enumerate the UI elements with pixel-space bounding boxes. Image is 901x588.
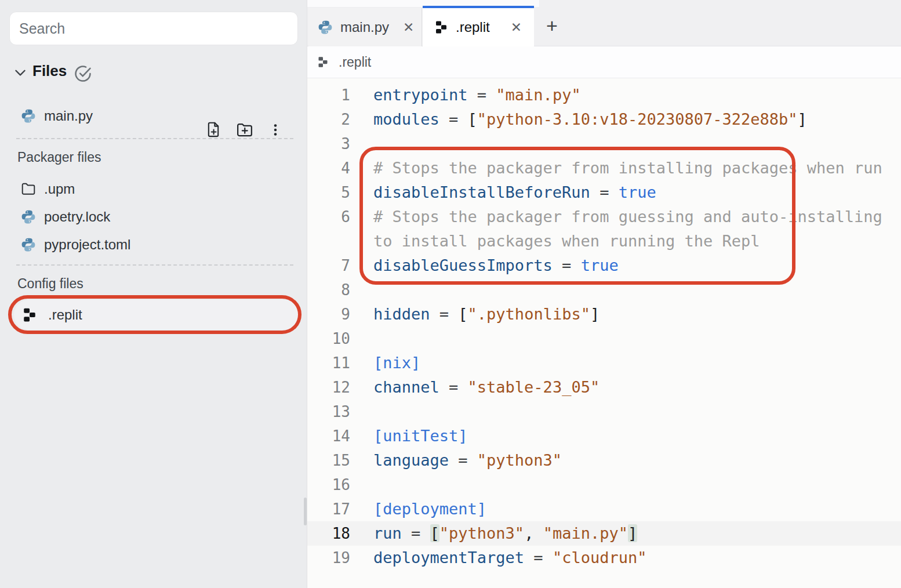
code-text: disableGuessImports = true [373,253,619,278]
line-number: 9 [307,302,350,326]
python-file-icon [21,237,36,252]
line-number: 1 [307,83,350,107]
code-lines: 1entrypoint = "main.py"2modules = ["pyth… [307,83,901,570]
tab-bar: main.py ✕ .replit ✕ + [307,0,901,46]
search-input[interactable]: Search [9,12,298,45]
code-text: run = ["python3", "main.py"] [373,521,637,546]
code-line: 2modules = ["python-3.10:v18-20230807-32… [307,107,901,132]
python-file-icon [21,108,36,124]
file-name: pyproject.toml [44,237,130,253]
line-number: 4 [307,156,350,180]
file-row-pyprojecttoml[interactable]: pyproject.toml [0,231,307,259]
code-line: 11[nix] [307,351,901,375]
close-tab-icon[interactable]: ✕ [399,19,417,37]
search-placeholder: Search [19,20,65,37]
code-line: 1entrypoint = "main.py" [307,83,901,107]
file-name: .upm [44,181,75,197]
line-number: 14 [307,424,350,448]
line-number: 2 [307,107,350,132]
file-sidebar: Search Files main.py Packager files .upm… [0,0,307,588]
files-section-title: Files [32,62,67,80]
section-label-packager: Packager files [17,150,101,165]
code-line: 18run = ["python3", "main.py"] [307,521,901,546]
tab-replit[interactable]: .replit ✕ [423,6,534,46]
editor-pane: main.py ✕ .replit ✕ + .replit 1entrypoin… [307,0,901,588]
file-name: poetry.lock [44,209,110,225]
file-row-mainpy[interactable]: main.py [0,102,307,130]
line-number: 17 [307,497,350,521]
tab-label: .replit [456,19,490,35]
divider [16,264,293,266]
breadcrumb: .replit [307,46,901,78]
line-number: 19 [307,546,350,570]
file-name: main.py [44,108,93,124]
code-line: 15language = "python3" [307,448,901,473]
code-text: # Stops the packager from installing pac… [373,156,882,180]
check-circle-icon [73,64,93,84]
code-line: 9hidden = [".pythonlibs"] [307,302,901,326]
code-line: 16 [307,473,901,497]
divider [16,138,293,139]
line-number: 7 [307,253,350,278]
section-label-config: Config files [17,276,83,292]
code-line: 17[deployment] [307,497,901,521]
replit-file-icon [317,56,329,68]
code-text: channel = "stable-23_05" [373,375,600,400]
code-line: 12channel = "stable-23_05" [307,375,901,400]
code-text: modules = ["python-3.10:v18-20230807-322… [373,107,807,132]
line-number: 6 [307,205,350,229]
tab-mainpy[interactable]: main.py ✕ [308,8,422,46]
file-row-poetrylock[interactable]: poetry.lock [0,203,307,231]
line-number: 11 [307,351,350,375]
breadcrumb-file-name: .replit [339,55,371,70]
code-text: hidden = [".pythonlibs"] [373,302,600,326]
code-line: 6# Stops the packager from guessing and … [307,205,901,229]
line-number: 10 [307,326,350,351]
python-file-icon [21,209,36,224]
code-text: [unitTest] [373,424,468,448]
line-number: 3 [307,132,350,156]
code-editor[interactable]: 1entrypoint = "main.py"2modules = ["pyth… [307,78,901,588]
code-text: # Stops the packager from guessing and a… [373,205,882,229]
python-file-icon [318,20,333,35]
file-row-replit[interactable]: .replit [0,300,307,330]
code-line: 5disableInstallBeforeRun = true [307,180,901,205]
code-text: entrypoint = "main.py" [373,83,581,107]
code-line: 8 [307,278,901,302]
chevron-down-icon[interactable] [13,65,28,80]
code-text: deploymentTarget = "cloudrun" [373,546,646,570]
line-number: 13 [307,400,350,424]
code-line: 14[unitTest] [307,424,901,448]
code-text: to install packages when running the Rep… [373,229,760,253]
code-text: [nix] [373,351,420,375]
code-text: disableInstallBeforeRun = true [373,180,656,205]
code-line: 13 [307,400,901,424]
code-line: to install packages when running the Rep… [307,229,901,253]
code-line: 10 [307,326,901,351]
replit-file-icon [434,20,448,34]
replit-file-icon [22,307,37,322]
line-number: 16 [307,473,350,497]
code-text: language = "python3" [373,448,562,473]
line-number: 5 [307,180,350,205]
code-line: 7disableGuessImports = true [307,253,901,278]
code-text: [deployment] [373,497,486,521]
code-line: 3 [307,132,901,156]
tab-label: main.py [340,19,389,35]
line-number: 18 [307,521,350,546]
code-line: 19deploymentTarget = "cloudrun" [307,546,901,570]
new-tab-button[interactable]: + [539,13,565,38]
file-name: .replit [48,307,82,323]
code-line: 4# Stops the packager from installing pa… [307,156,901,180]
close-tab-icon[interactable]: ✕ [507,19,525,37]
folder-icon [21,182,36,197]
sidebar-scrollbar-thumb[interactable] [304,498,307,525]
line-number: 8 [307,278,350,302]
line-number: 12 [307,375,350,400]
file-row-upm[interactable]: .upm [0,175,307,203]
line-number: 15 [307,448,350,473]
files-header: Files [0,58,307,87]
